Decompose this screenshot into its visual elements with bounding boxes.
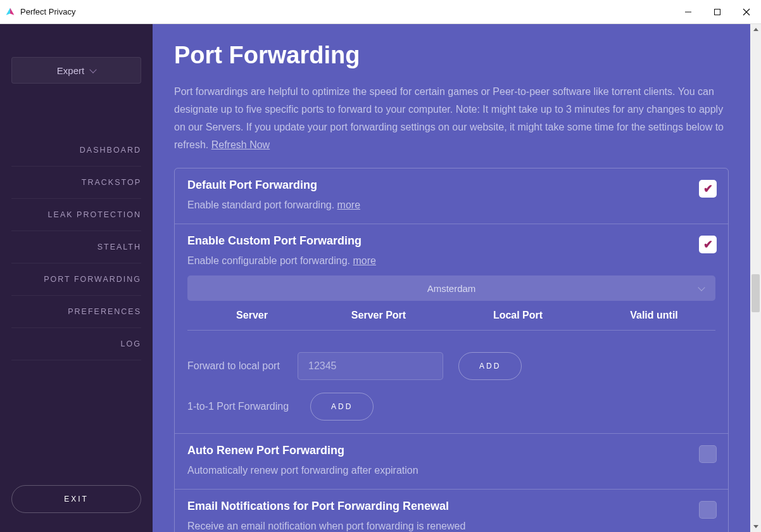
- default-pf-checkbox[interactable]: ✔: [699, 180, 717, 198]
- email-notif-checkbox[interactable]: [699, 501, 717, 519]
- sidebar: Expert DASHBOARD TRACKSTOP LEAK PROTECTI…: [0, 24, 153, 532]
- custom-pf-sub-text: Enable configurable port forwarding.: [187, 255, 353, 266]
- scroll-down-button[interactable]: [750, 521, 761, 532]
- titlebar-left: Perfect Privacy: [0, 7, 75, 17]
- maximize-button[interactable]: [703, 0, 732, 24]
- window-title: Perfect Privacy: [20, 7, 75, 16]
- sidebar-item-leak-protection[interactable]: LEAK PROTECTION: [11, 199, 141, 231]
- server-selected: Amsterdam: [427, 283, 476, 294]
- check-icon: ✔: [703, 238, 713, 251]
- main-content: Port Forwarding Port forwardings are hel…: [153, 24, 750, 532]
- settings-panel: Default Port Forwarding Enable standard …: [174, 168, 729, 532]
- custom-pf-sub: Enable configurable port forwarding. mor…: [187, 255, 715, 267]
- close-button[interactable]: [732, 0, 761, 24]
- sidebar-item-stealth[interactable]: STEALTH: [11, 231, 141, 263]
- arrow-down-icon: [753, 525, 758, 528]
- chevron-down-icon: [698, 284, 705, 291]
- auto-renew-sub: Automatically renew port forwarding afte…: [187, 465, 715, 476]
- default-pf-more-link[interactable]: more: [337, 200, 360, 210]
- minimize-button[interactable]: [674, 0, 703, 24]
- default-pf-sub: Enable standard port forwarding. more: [187, 200, 715, 211]
- page-intro: Port forwardings are helpful to optimize…: [174, 83, 729, 154]
- col-local-port: Local Port: [442, 310, 594, 321]
- sidebar-item-log[interactable]: LOG: [11, 328, 141, 360]
- row-custom-port-forwarding: Enable Custom Port Forwarding Enable con…: [175, 224, 728, 434]
- custom-pf-title: Enable Custom Port Forwarding: [187, 234, 715, 248]
- auto-renew-title: Auto Renew Port Forwarding: [187, 444, 715, 457]
- one-to-one-label: 1-to-1 Port Forwarding: [187, 401, 289, 412]
- sidebar-item-preferences[interactable]: PREFERENCES: [11, 296, 141, 328]
- refresh-now-link[interactable]: Refresh Now: [211, 139, 270, 150]
- col-valid-until: Valid until: [594, 310, 714, 321]
- sidebar-item-trackstop[interactable]: TRACKSTOP: [11, 167, 141, 199]
- svg-rect-1: [715, 9, 720, 15]
- arrow-up-icon: [753, 28, 758, 31]
- email-notif-sub: Receive an email notification when port …: [187, 521, 715, 532]
- row-email-notifications: Email Notifications for Port Forwarding …: [175, 490, 728, 532]
- local-port-input[interactable]: [298, 352, 443, 380]
- custom-pf-more-link[interactable]: more: [353, 255, 376, 266]
- forward-label: Forward to local port: [187, 360, 282, 372]
- app-body: Expert DASHBOARD TRACKSTOP LEAK PROTECTI…: [0, 24, 761, 532]
- chevron-down-icon: [90, 66, 97, 73]
- window-controls: [674, 0, 761, 24]
- sidebar-nav: DASHBOARD TRACKSTOP LEAK PROTECTION STEA…: [11, 134, 141, 360]
- exit-button[interactable]: EXIT: [11, 485, 141, 513]
- pf-table-header: Server Server Port Local Port Valid unti…: [187, 310, 715, 331]
- col-server: Server: [189, 310, 315, 321]
- col-server-port: Server Port: [315, 310, 442, 321]
- add-forward-button[interactable]: ADD: [458, 352, 522, 380]
- page-title: Port Forwarding: [174, 42, 729, 69]
- scroll-up-button[interactable]: [750, 24, 761, 35]
- row-default-port-forwarding: Default Port Forwarding Enable standard …: [175, 168, 728, 224]
- add-one-to-one-button[interactable]: ADD: [310, 393, 374, 421]
- server-dropdown[interactable]: Amsterdam: [187, 276, 715, 301]
- email-notif-title: Email Notifications for Port Forwarding …: [187, 500, 715, 513]
- one-to-one-row: 1-to-1 Port Forwarding ADD: [187, 393, 715, 421]
- scrollbar[interactable]: [750, 24, 761, 532]
- default-pf-title: Default Port Forwarding: [187, 179, 715, 192]
- window-titlebar: Perfect Privacy: [0, 0, 761, 24]
- forward-to-local-port-row: Forward to local port ADD: [187, 352, 715, 380]
- sidebar-item-port-forwarding[interactable]: PORT FORWARDING: [11, 263, 141, 296]
- auto-renew-checkbox[interactable]: [699, 445, 717, 463]
- main-wrap: Port Forwarding Port forwardings are hel…: [153, 24, 761, 532]
- row-auto-renew: Auto Renew Port Forwarding Automatically…: [175, 434, 728, 490]
- check-icon: ✔: [703, 182, 713, 196]
- mode-dropdown[interactable]: Expert: [11, 57, 141, 84]
- scrollbar-thumb[interactable]: [752, 274, 760, 312]
- mode-label: Expert: [57, 65, 84, 76]
- sidebar-item-dashboard[interactable]: DASHBOARD: [11, 134, 141, 167]
- default-pf-sub-text: Enable standard port forwarding.: [187, 200, 337, 210]
- app-logo-icon: [5, 7, 15, 17]
- custom-pf-checkbox[interactable]: ✔: [699, 236, 717, 253]
